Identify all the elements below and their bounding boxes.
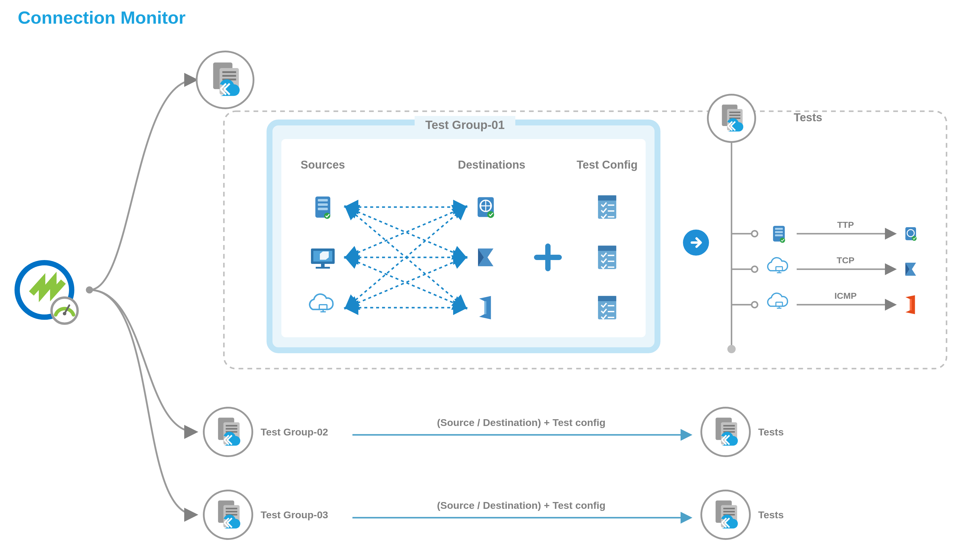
tests-tree: Tests TTP TCP ICMP — [708, 95, 917, 353]
group2-tests-label: Tests — [758, 426, 784, 438]
connector-to-group-3 — [89, 290, 196, 515]
group3-label: Test Group-03 — [261, 509, 328, 520]
root-icon — [17, 263, 78, 323]
group3-arrow-label: (Source / Destination) + Test config — [437, 500, 606, 511]
protocol-label-2: TCP — [836, 255, 855, 265]
testconfig-icon-2 — [598, 245, 616, 269]
connector-to-group-2 — [89, 290, 196, 432]
expand-arrow-icon — [683, 230, 709, 256]
group1-node-icon — [197, 52, 254, 108]
svg-point-38 — [63, 312, 66, 315]
testconfig-icon-3 — [598, 296, 616, 319]
svg-point-36 — [52, 298, 78, 323]
test-src-2-icon — [768, 258, 788, 273]
tests-heading: Tests — [794, 111, 822, 124]
protocol-label-3: ICMP — [835, 291, 857, 300]
test-src-3-icon — [768, 293, 788, 308]
test-dest-3-icon — [905, 295, 915, 314]
group2-arrow-label: (Source / Destination) + Test config — [437, 417, 606, 428]
svg-point-61 — [752, 231, 758, 237]
destinations-heading: Destinations — [458, 158, 525, 171]
testconfig-heading: Test Config — [577, 158, 637, 171]
test-dest-1-icon — [905, 227, 917, 241]
connection-monitor-diagram: Connection Monitor Test Group-01 Sources… — [0, 0, 972, 560]
diagram-title: Connection Monitor — [18, 8, 186, 28]
svg-point-63 — [752, 302, 758, 308]
protocol-label-1: TTP — [837, 220, 854, 230]
connector-to-group-1 — [89, 80, 196, 290]
svg-point-62 — [752, 266, 758, 272]
test-group-02-row: Test Group-02 (Source / Destination) + T… — [204, 408, 784, 456]
group3-tests-label: Tests — [758, 509, 784, 520]
group1-label: Test Group-01 — [425, 118, 505, 132]
source-rack-icon — [315, 197, 330, 219]
group2-label: Test Group-02 — [261, 426, 328, 438]
svg-point-57 — [728, 345, 736, 353]
sources-heading: Sources — [301, 158, 345, 171]
test-group-01-box: Test Group-01 Sources Destinations Test … — [269, 116, 657, 350]
dest-globe-icon — [478, 197, 494, 218]
test-dest-2-icon — [905, 263, 916, 276]
test-src-1-icon — [773, 226, 785, 243]
test-group-03-row: Test Group-03 (Source / Destination) + T… — [204, 490, 784, 539]
testconfig-icon-1 — [598, 195, 616, 218]
